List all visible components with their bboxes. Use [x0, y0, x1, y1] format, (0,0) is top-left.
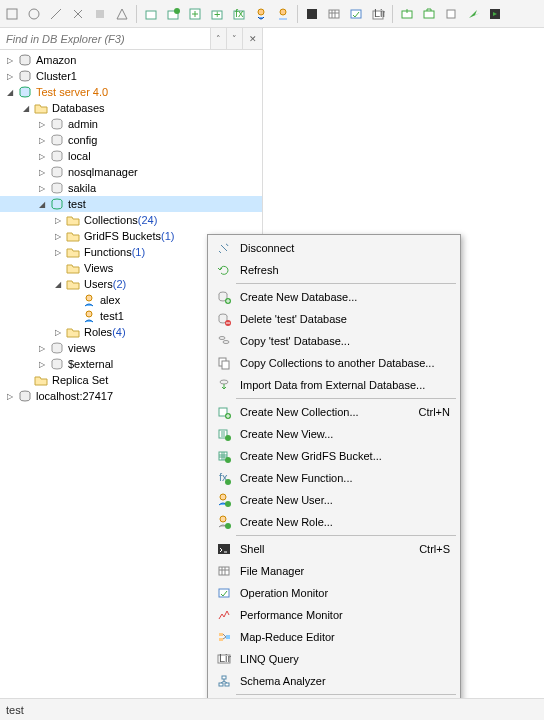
toolbar-btn-15[interactable]	[324, 4, 344, 24]
menu-copy-collections[interactable]: Copy Collections to another Database...	[210, 352, 458, 374]
toolbar-btn-12[interactable]	[251, 4, 271, 24]
svg-rect-68	[225, 683, 229, 686]
toolbar-btn-14[interactable]	[302, 4, 322, 24]
expander-icon[interactable]: ▷	[52, 231, 63, 242]
expander-icon[interactable]: ▷	[52, 247, 63, 258]
database-icon	[49, 116, 65, 132]
tree-node-cluster1[interactable]: ▷Cluster1	[0, 68, 262, 84]
toolbar-btn-6[interactable]	[112, 4, 132, 24]
svg-point-32	[86, 295, 92, 301]
toolbar-btn-11[interactable]: fx	[229, 4, 249, 24]
svg-point-1	[29, 9, 39, 19]
toolbar-btn-16[interactable]	[346, 4, 366, 24]
menu-copy-db[interactable]: Copy 'test' Database...	[210, 330, 458, 352]
expander-icon[interactable]: ▷	[52, 215, 63, 226]
menu-operation-monitor[interactable]: Operation Monitor	[210, 582, 458, 604]
toolbar-btn-21[interactable]	[463, 4, 483, 24]
database-icon	[49, 340, 65, 356]
expander-icon[interactable]: ▷	[36, 359, 47, 370]
toolbar-btn-22[interactable]	[485, 4, 505, 24]
database-icon	[49, 180, 65, 196]
toolbar-btn-5[interactable]	[90, 4, 110, 24]
folder-icon	[65, 324, 81, 340]
expander-icon[interactable]: ◢	[4, 87, 15, 98]
search-row: ˄ ˅ ✕	[0, 28, 262, 50]
expander-icon[interactable]: ◢	[36, 199, 47, 210]
menu-import-data[interactable]: Import Data from External Database...	[210, 374, 458, 396]
menu-disconnect[interactable]: Disconnect	[210, 237, 458, 259]
menu-map-reduce[interactable]: Map-Reduce Editor	[210, 626, 458, 648]
expander-icon[interactable]: ▷	[4, 71, 15, 82]
refresh-icon	[214, 262, 234, 278]
expander-icon[interactable]: ▷	[4, 391, 15, 402]
import-icon	[214, 377, 234, 393]
menu-schema-analyzer[interactable]: Schema Analyzer	[210, 670, 458, 692]
server-icon	[17, 388, 33, 404]
svg-rect-62	[219, 638, 223, 641]
expander-icon[interactable]: ▷	[36, 151, 47, 162]
menu-create-role[interactable]: Create New Role...	[210, 511, 458, 533]
svg-point-53	[225, 479, 231, 485]
search-input[interactable]	[0, 28, 210, 49]
toolbar-btn-9[interactable]	[185, 4, 205, 24]
toolbar-btn-20[interactable]	[441, 4, 461, 24]
menu-delete-db[interactable]: Delete 'test' Database	[210, 308, 458, 330]
expander-icon[interactable]: ▷	[36, 183, 47, 194]
expander-icon[interactable]: ◢	[20, 103, 31, 114]
menu-create-db[interactable]: Create New Database...	[210, 286, 458, 308]
tree-node-amazon[interactable]: ▷Amazon	[0, 52, 262, 68]
menu-create-collection[interactable]: Create New Collection...Ctrl+N	[210, 401, 458, 423]
expander-icon[interactable]: ▷	[36, 119, 47, 130]
tree-node-admin[interactable]: ▷admin	[0, 116, 262, 132]
menu-linq[interactable]: LinqLINQ Query	[210, 648, 458, 670]
toolbar-btn-17[interactable]: Linq	[368, 4, 388, 24]
svg-marker-3	[117, 9, 127, 19]
expander-icon[interactable]: ▷	[36, 343, 47, 354]
expander-icon[interactable]: ▷	[52, 327, 63, 338]
operation-monitor-icon	[214, 585, 234, 601]
toolbar-btn-18[interactable]	[397, 4, 417, 24]
search-down-button[interactable]: ˅	[226, 28, 242, 49]
toolbar-btn-7[interactable]	[141, 4, 161, 24]
gridfs-add-icon	[214, 448, 234, 464]
menu-file-manager[interactable]: File Manager	[210, 560, 458, 582]
toolbar-btn-13[interactable]	[273, 4, 293, 24]
menu-shell[interactable]: ShellCtrl+S	[210, 538, 458, 560]
search-up-button[interactable]: ˄	[210, 28, 226, 49]
folder-icon	[33, 372, 49, 388]
tree-node-local[interactable]: ▷local	[0, 148, 262, 164]
toolbar-btn-10[interactable]: +	[207, 4, 227, 24]
svg-text:fx: fx	[235, 7, 244, 19]
tree-node-test-server[interactable]: ◢Test server 4.0	[0, 84, 262, 100]
server-icon	[17, 68, 33, 84]
tree-node-config[interactable]: ▷config	[0, 132, 262, 148]
expander-icon[interactable]: ▷	[4, 55, 15, 66]
toolbar-btn-2[interactable]	[24, 4, 44, 24]
svg-rect-63	[226, 635, 230, 639]
svg-text:Linq: Linq	[374, 7, 385, 19]
menu-create-gridfs[interactable]: Create New GridFS Bucket...	[210, 445, 458, 467]
menu-create-view[interactable]: Create New View...	[210, 423, 458, 445]
expander-icon[interactable]: ▷	[36, 167, 47, 178]
folder-icon	[65, 276, 81, 292]
search-close-button[interactable]: ✕	[242, 28, 262, 49]
menu-create-function[interactable]: fxCreate New Function...	[210, 467, 458, 489]
toolbar-btn-1[interactable]	[2, 4, 22, 24]
menu-performance-monitor[interactable]: Performance Monitor	[210, 604, 458, 626]
toolbar-btn-3[interactable]	[46, 4, 66, 24]
tree-node-collections[interactable]: ▷Collections (24)	[0, 212, 262, 228]
tree-node-nosqlmanager[interactable]: ▷nosqlmanager	[0, 164, 262, 180]
menu-refresh[interactable]: Refresh	[210, 259, 458, 281]
tree-node-test[interactable]: ◢test	[0, 196, 262, 212]
expander-icon[interactable]: ◢	[52, 279, 63, 290]
toolbar-btn-19[interactable]	[419, 4, 439, 24]
toolbar-btn-8[interactable]	[163, 4, 183, 24]
toolbar-btn-4[interactable]	[68, 4, 88, 24]
svg-point-56	[220, 516, 226, 522]
svg-point-45	[220, 380, 228, 384]
expander-icon[interactable]: ▷	[36, 135, 47, 146]
tree-node-sakila[interactable]: ▷sakila	[0, 180, 262, 196]
tree-node-databases[interactable]: ◢Databases	[0, 100, 262, 116]
context-menu: Disconnect Refresh Create New Database..…	[207, 234, 461, 720]
menu-create-user[interactable]: Create New User...	[210, 489, 458, 511]
